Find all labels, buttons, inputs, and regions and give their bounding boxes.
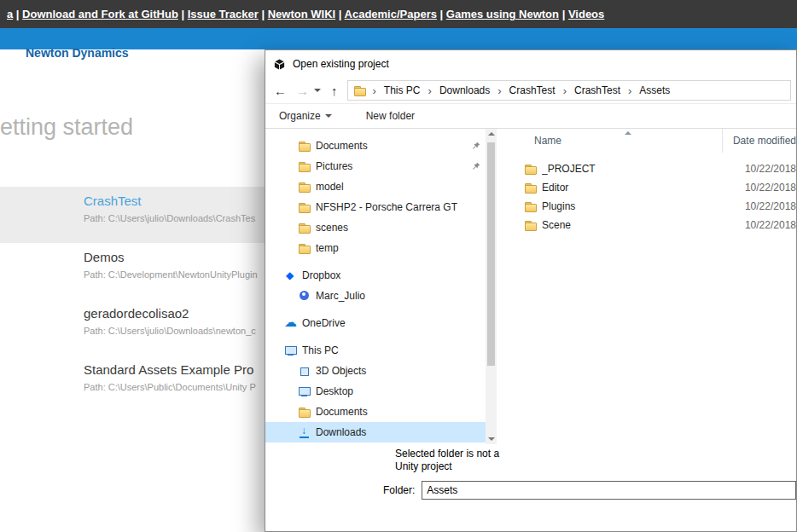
launcher-heading: etting started <box>0 114 133 141</box>
tree-item[interactable]: Downloads <box>265 422 486 442</box>
column-header-name[interactable]: Name <box>497 129 723 153</box>
project-row[interactable]: CrashTestPath: C:\Users\julio\Downloads\… <box>0 187 275 243</box>
tree-item[interactable]: model <box>265 176 486 197</box>
breadcrumb-segment[interactable]: This PC <box>378 84 427 96</box>
breadcrumb-chevron[interactable]: › <box>496 84 503 97</box>
file-row[interactable]: Scene10/22/2018 <box>497 216 796 234</box>
cube-icon <box>298 365 311 377</box>
file-date: 10/22/2018 <box>745 219 796 231</box>
navigation-row: ← → ↑ ›This PC›Downloads›CrashTest›Crash… <box>265 78 796 104</box>
organize-label: Organize <box>279 110 321 122</box>
user-icon <box>298 290 311 302</box>
folder-icon <box>298 406 311 418</box>
tree-item-label: NFSHP2 - Porsche Carrera GT <box>316 201 457 213</box>
tree-item[interactable]: Desktop <box>265 381 486 402</box>
history-dropdown-icon[interactable] <box>314 89 321 92</box>
tree-item[interactable]: Documents <box>265 402 486 422</box>
file-date: 10/22/2018 <box>745 200 796 212</box>
tree-item-label: Marc_Julio <box>316 290 365 302</box>
file-date: 10/22/2018 <box>745 163 796 175</box>
breadcrumb-segment[interactable]: CrashTest <box>568 84 626 96</box>
project-row[interactable]: geradordecolisao2Path: C:\Users\julio\Do… <box>0 299 275 356</box>
project-list: CrashTestPath: C:\Users\julio\Downloads\… <box>0 187 275 412</box>
open-project-dialog: Open existing project ← → ↑ ›This PC›Dow… <box>265 49 797 532</box>
folder-label: Folder: <box>383 484 415 496</box>
tree-item[interactable]: Documents <box>265 136 486 156</box>
file-row[interactable]: Editor10/22/2018 <box>497 178 796 197</box>
tree-item[interactable]: This PC <box>265 340 486 361</box>
file-row[interactable]: _PROJECT10/22/2018 <box>497 159 796 178</box>
folder-icon <box>298 201 311 213</box>
tree-scrollbar[interactable] <box>486 129 497 444</box>
file-row[interactable]: Plugins10/22/2018 <box>497 197 796 216</box>
new-folder-button[interactable]: New folder <box>366 110 415 122</box>
breadcrumb-chevron[interactable]: › <box>561 84 568 97</box>
organize-button[interactable]: Organize <box>279 110 332 122</box>
pc-icon <box>284 344 298 356</box>
scroll-down-icon[interactable] <box>488 437 495 441</box>
scroll-up-icon[interactable] <box>488 132 495 136</box>
file-list: _PROJECT10/22/2018Editor10/22/2018Plugin… <box>497 153 796 234</box>
breadcrumb: ›This PC›Downloads›CrashTest›CrashTest›A… <box>371 84 677 97</box>
dialog-titlebar: Open existing project <box>265 50 796 78</box>
tree-item[interactable]: Pictures <box>265 156 486 176</box>
column-header-date[interactable]: Date modified <box>723 129 796 153</box>
file-name: Plugins <box>542 200 745 212</box>
project-name: Standard Assets Example Pro <box>84 362 275 377</box>
project-row[interactable]: Standard Assets Example ProPath: C:\User… <box>0 356 275 412</box>
folder-input-row: Folder: <box>265 481 796 500</box>
file-name: _PROJECT <box>542 163 745 175</box>
folder-icon <box>524 182 538 194</box>
tree-item[interactable]: OneDrive <box>265 313 486 333</box>
tree-item-label: scenes <box>316 222 348 234</box>
nav-separator: | <box>437 8 446 20</box>
site-nav: a | Download and Fork at GitHub | Issue … <box>7 8 604 20</box>
breadcrumb-chevron[interactable]: › <box>427 84 433 97</box>
breadcrumb-chevron[interactable]: › <box>371 84 378 97</box>
project-row[interactable]: DemosPath: C:\Development\NewtonUnityPlu… <box>0 243 275 299</box>
tree-item[interactable]: Dropbox <box>265 265 486 286</box>
column-date-label: Date modified <box>733 135 796 147</box>
column-name-label: Name <box>534 135 561 147</box>
site-nav-link[interactable]: Videos <box>568 8 604 20</box>
tree-item-label: Desktop <box>316 385 353 397</box>
folder-name-input[interactable] <box>422 481 796 500</box>
site-nav-link[interactable]: Download and Fork at GitHub <box>22 8 178 20</box>
tree-item[interactable]: temp <box>265 238 486 258</box>
address-bar[interactable]: ›This PC›Downloads›CrashTest›CrashTest›A… <box>347 80 792 101</box>
tree-item-label: 3D Objects <box>316 365 366 377</box>
file-name: Scene <box>542 219 745 231</box>
folder-icon <box>524 163 538 175</box>
status-message: Selected folder is not a Unity project <box>395 448 796 473</box>
folder-icon <box>298 222 311 234</box>
tree-item[interactable]: Marc_Julio <box>265 286 486 306</box>
dropbox-icon <box>284 269 298 281</box>
tree-item[interactable]: scenes <box>265 217 486 238</box>
project-path: Path: C:\Users\Public\Documents\Unity P <box>84 382 275 392</box>
up-button[interactable]: ↑ <box>331 84 338 97</box>
back-button[interactable]: ← <box>274 84 287 97</box>
nav-separator: | <box>559 8 568 20</box>
site-nav-link[interactable]: Newton WIKI <box>268 8 335 20</box>
tree-item[interactable]: NFSHP2 - Porsche Carrera GT <box>265 197 486 217</box>
file-list-pane: Name Date modified _PROJECT10/22/2018Edi… <box>497 129 796 444</box>
forward-button[interactable]: → <box>296 84 309 97</box>
dialog-main: DocumentsPicturesmodelNFSHP2 - Porsche C… <box>265 129 796 444</box>
breadcrumb-chevron[interactable]: › <box>626 84 633 97</box>
project-path: Path: C:\Development\NewtonUnityPlugin <box>84 269 275 280</box>
site-nav-link[interactable]: Games using Newton <box>446 8 559 20</box>
nav-separator: | <box>178 8 188 20</box>
tree-item[interactable]: 3D Objects <box>265 361 486 381</box>
project-name: Demos <box>84 250 275 264</box>
site-nav-link[interactable]: Academic/Papers <box>345 8 437 20</box>
cloud-icon <box>284 317 298 329</box>
tree-item-label: OneDrive <box>302 317 346 329</box>
column-headers: Name Date modified <box>497 129 796 153</box>
scrollbar-thumb[interactable] <box>487 142 495 366</box>
breadcrumb-segment[interactable]: Downloads <box>433 84 496 96</box>
folder-icon <box>298 160 311 172</box>
site-nav-link[interactable]: Issue Tracker <box>188 8 259 20</box>
breadcrumb-segment[interactable]: Assets <box>633 84 676 96</box>
file-name: Editor <box>542 182 745 194</box>
breadcrumb-segment[interactable]: CrashTest <box>503 84 561 96</box>
